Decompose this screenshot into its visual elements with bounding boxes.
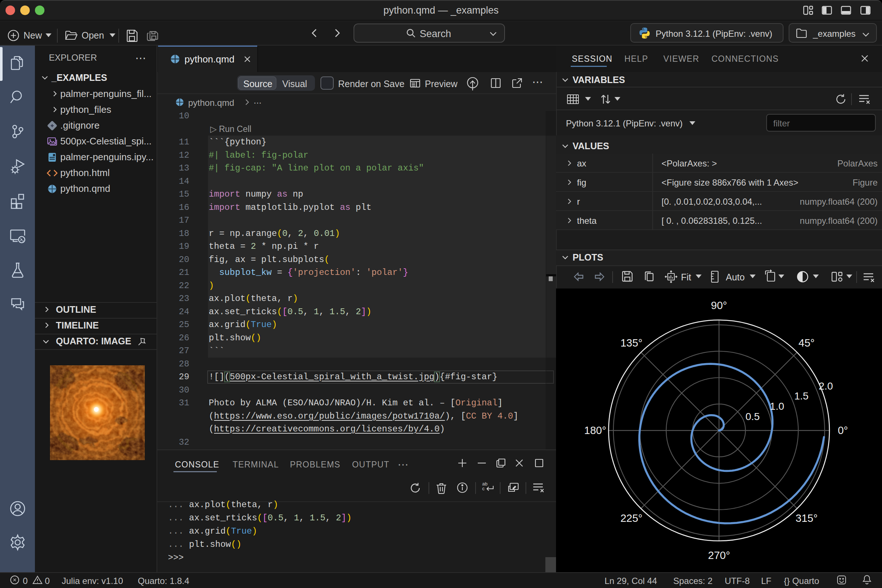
svg-text:90°: 90° <box>711 300 727 311</box>
svg-text:1.0: 1.0 <box>770 400 784 412</box>
svg-text:135°: 135° <box>620 337 642 349</box>
svg-text:0.5: 0.5 <box>745 411 760 422</box>
svg-text:45°: 45° <box>799 337 815 349</box>
svg-text:0°: 0° <box>838 424 848 436</box>
svg-text:315°: 315° <box>796 512 818 524</box>
svg-text:270°: 270° <box>708 549 730 561</box>
svg-text:180°: 180° <box>584 424 606 436</box>
svg-text:225°: 225° <box>620 512 642 524</box>
svg-text:c: c <box>482 486 485 491</box>
svg-text:2.0: 2.0 <box>819 380 833 392</box>
svg-text:1.5: 1.5 <box>794 390 808 402</box>
